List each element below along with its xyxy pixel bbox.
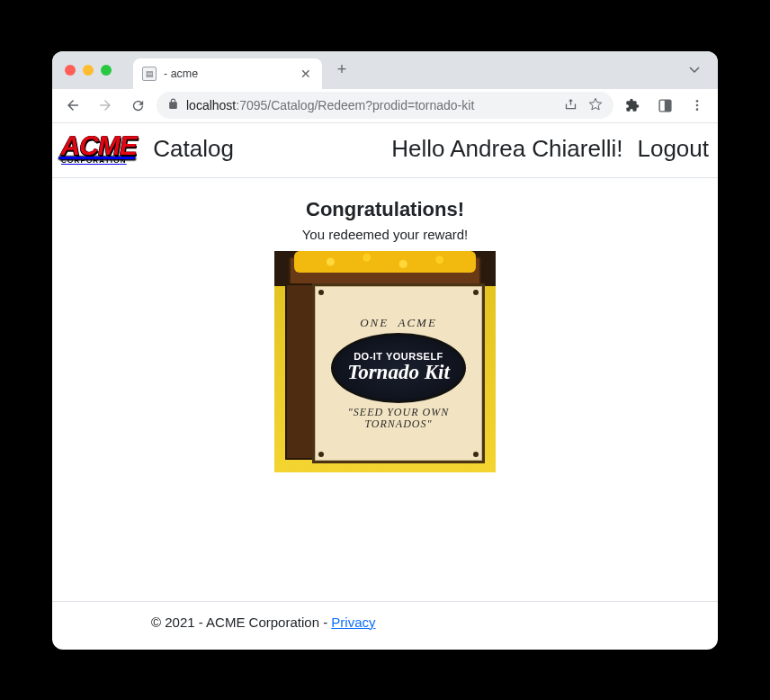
privacy-link[interactable]: Privacy xyxy=(331,615,375,630)
share-button[interactable] xyxy=(564,97,578,114)
browser-tab[interactable]: ▤ - acme ✕ xyxy=(133,58,322,89)
catalog-link[interactable]: Catalog xyxy=(153,135,234,163)
share-icon xyxy=(564,97,578,111)
url-text: localhost:7095/Catalog/Redeem?prodid=tor… xyxy=(186,98,474,112)
favicon-icon: ▤ xyxy=(142,67,157,81)
copyright-text: © 2021 - ACME Corporation - xyxy=(151,615,331,630)
star-icon xyxy=(588,97,603,112)
back-button[interactable] xyxy=(59,92,86,119)
forward-button[interactable] xyxy=(92,92,119,119)
product-oval-label: DO-IT YOURSELF Tornado Kit xyxy=(331,333,466,403)
product-pre-label: ONE ACME xyxy=(360,316,437,330)
address-bar[interactable]: localhost:7095/Catalog/Redeem?prodid=tor… xyxy=(157,92,613,119)
main-content: Congratulations! You redeemed your rewar… xyxy=(52,178,718,601)
svg-rect-1 xyxy=(664,100,670,112)
reload-icon xyxy=(130,98,146,113)
brand-logo[interactable]: ACME CORPORATION xyxy=(61,134,137,165)
url-path: :7095/Catalog/Redeem?prodid=tornado-kit xyxy=(236,98,474,112)
close-window-button[interactable] xyxy=(65,65,76,76)
page-subtext: You redeemed your reward! xyxy=(52,227,718,242)
omnibox-actions xyxy=(564,97,603,114)
minimize-window-button[interactable] xyxy=(83,65,94,76)
arrow-right-icon xyxy=(97,97,113,113)
svg-point-3 xyxy=(696,104,699,107)
browser-toolbar: localhost:7095/Catalog/Redeem?prodid=tor… xyxy=(52,89,718,123)
browser-window: ▤ - acme ✕ + localhost:7095/Catalog/Rede… xyxy=(52,51,718,650)
page-content: ACME CORPORATION Catalog Hello Andrea Ch… xyxy=(52,123,718,650)
kebab-menu-icon xyxy=(690,98,704,112)
svg-point-2 xyxy=(696,100,699,103)
site-footer: © 2021 - ACME Corporation - Privacy xyxy=(52,601,718,650)
site-navbar: ACME CORPORATION Catalog Hello Andrea Ch… xyxy=(52,123,718,178)
maximize-window-button[interactable] xyxy=(101,65,112,76)
menu-button[interactable] xyxy=(684,92,711,119)
puzzle-icon xyxy=(625,98,640,112)
window-controls xyxy=(65,65,112,76)
url-host: localhost xyxy=(186,98,236,112)
arrow-left-icon xyxy=(65,97,81,113)
bookmark-button[interactable] xyxy=(588,97,603,114)
reload-button[interactable] xyxy=(124,92,151,119)
product-post-label: "SEED YOUR OWN TORNADOS" xyxy=(348,407,449,432)
tab-title: - acme xyxy=(164,67,198,80)
logout-link[interactable]: Logout xyxy=(637,135,709,163)
product-image: ONE ACME DO-IT YOURSELF Tornado Kit "SEE… xyxy=(274,251,496,472)
svg-point-4 xyxy=(696,108,699,111)
new-tab-button[interactable]: + xyxy=(329,58,354,83)
tab-strip: ▤ - acme ✕ + xyxy=(52,51,718,89)
tab-dropdown-button[interactable] xyxy=(682,58,707,83)
account-icon xyxy=(658,98,673,113)
extensions-button[interactable] xyxy=(619,92,646,119)
account-button[interactable] xyxy=(651,92,678,119)
page-heading: Congratulations! xyxy=(52,198,718,221)
logo-main-text: ACME xyxy=(59,134,139,157)
lock-icon xyxy=(167,98,179,112)
chevron-down-icon xyxy=(689,67,700,74)
close-tab-button[interactable]: ✕ xyxy=(299,67,313,81)
greeting-link[interactable]: Hello Andrea Chiarelli! xyxy=(391,135,622,163)
